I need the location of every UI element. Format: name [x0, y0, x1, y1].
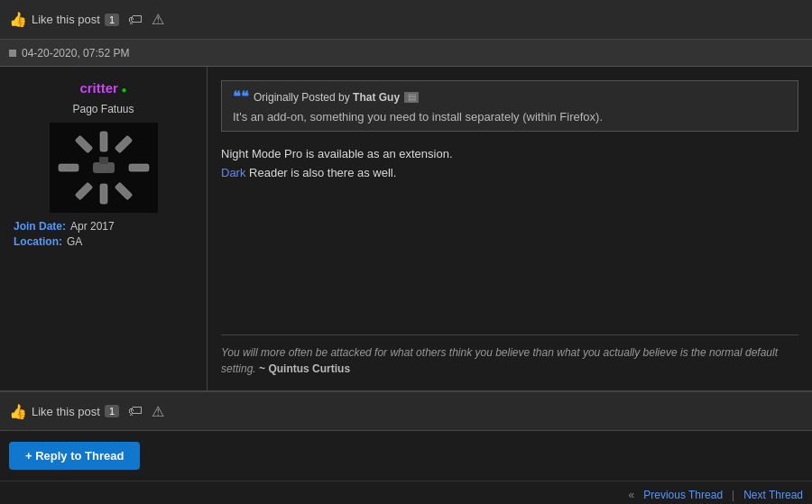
- avatar: [50, 123, 158, 213]
- post-line1: Night Mode Pro is available as an extens…: [221, 147, 453, 160]
- bottom-like-button[interactable]: 👍 Like this post 1: [9, 403, 119, 420]
- username-row: critter ●: [79, 80, 126, 96]
- svg-rect-11: [99, 157, 108, 164]
- reply-bar: + Reply to Thread: [0, 431, 812, 481]
- join-date-row: Join Date: Apr 2017: [14, 220, 193, 233]
- post-signature: You will more often be attacked for what…: [221, 334, 798, 377]
- join-label: Join Date:: [14, 220, 66, 233]
- thumbs-up-icon: 👍: [9, 11, 27, 28]
- bottom-tag-icon[interactable]: 🏷: [128, 403, 143, 419]
- svg-rect-4: [59, 164, 78, 171]
- post-main-text: Night Mode Pro is available as an extens…: [221, 145, 798, 183]
- location-value: GA: [67, 235, 82, 248]
- dark-link[interactable]: Dark: [221, 166, 245, 179]
- quote-view-post-icon[interactable]: ▤: [404, 92, 419, 103]
- tag-icon[interactable]: 🏷: [128, 12, 143, 28]
- online-indicator: ●: [122, 85, 127, 95]
- location-row: Location: GA: [14, 235, 193, 248]
- quote-text: It's an add-on, something you need to in…: [233, 110, 787, 124]
- report-icon[interactable]: ⚠: [152, 11, 164, 28]
- svg-rect-2: [100, 132, 107, 151]
- user-title: Pago Fatuus: [72, 103, 134, 115]
- like-label: Like this post: [32, 13, 100, 26]
- previous-thread-link[interactable]: Previous Thread: [643, 489, 723, 501]
- location-label: Location:: [14, 235, 62, 248]
- nav-bar: « Previous Thread | Next Thread: [0, 481, 812, 504]
- join-value: Apr 2017: [70, 220, 115, 233]
- post-row: critter ● Pago Fatuus: [0, 67, 812, 391]
- date-square-icon: [9, 50, 16, 57]
- username[interactable]: critter: [79, 80, 118, 96]
- bottom-action-bar: 👍 Like this post 1 🏷 ⚠: [0, 391, 812, 431]
- quote-marks-icon: ❝❝: [233, 88, 249, 105]
- post-content: ❝❝ Originally Posted by That Guy ▤ It's …: [208, 67, 812, 390]
- signature-attribution: ~ Quintus Curtius: [259, 362, 350, 375]
- next-thread-link[interactable]: Next Thread: [743, 489, 803, 501]
- reply-to-thread-button[interactable]: + Reply to Thread: [9, 442, 140, 470]
- post-line2: Reader is also there as well.: [245, 166, 396, 179]
- bottom-thumbs-up-icon: 👍: [9, 403, 27, 420]
- quote-author-prefix: Originally Posted by That Guy: [254, 91, 400, 104]
- like-count: 1: [105, 14, 119, 26]
- bottom-like-label: Like this post: [32, 405, 100, 418]
- nav-separator: |: [732, 489, 734, 501]
- bottom-report-icon[interactable]: ⚠: [152, 403, 164, 420]
- quote-header: ❝❝ Originally Posted by That Guy ▤: [233, 88, 787, 105]
- svg-rect-3: [100, 184, 107, 204]
- like-button[interactable]: 👍 Like this post 1: [9, 11, 119, 28]
- svg-rect-5: [129, 164, 149, 171]
- user-meta: Join Date: Apr 2017 Location: GA: [9, 220, 198, 251]
- quote-author-name: That Guy: [353, 91, 400, 104]
- top-action-bar: 👍 Like this post 1 🏷 ⚠: [0, 0, 812, 40]
- quote-box: ❝❝ Originally Posted by That Guy ▤ It's …: [221, 80, 798, 132]
- nav-prefix: «: [629, 489, 635, 501]
- post-date: 04-20-2020, 07:52 PM: [22, 47, 129, 60]
- date-bar: 04-20-2020, 07:52 PM: [0, 40, 812, 67]
- user-panel: critter ● Pago Fatuus: [0, 67, 208, 390]
- bottom-like-count: 1: [105, 405, 119, 417]
